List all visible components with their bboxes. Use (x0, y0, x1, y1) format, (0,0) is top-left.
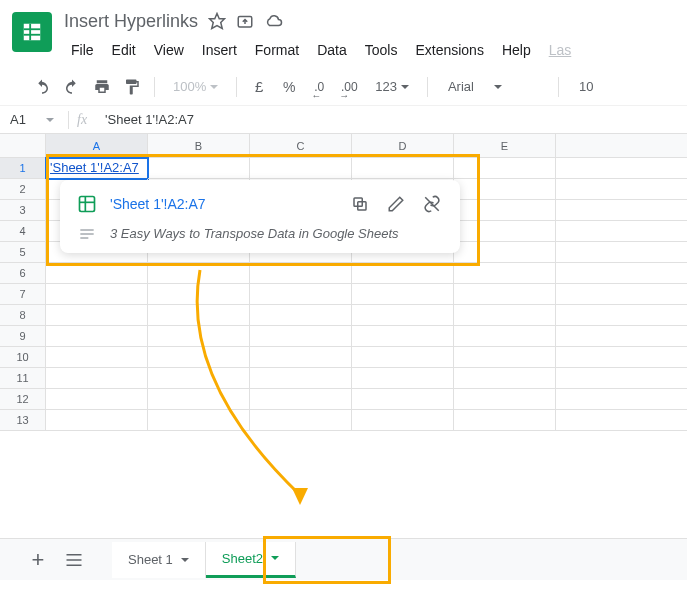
cell[interactable] (148, 410, 250, 431)
cell[interactable] (352, 326, 454, 347)
move-icon[interactable] (236, 12, 254, 30)
cell[interactable] (352, 368, 454, 389)
row-header[interactable]: 11 (0, 368, 46, 389)
zoom-select[interactable]: 100% (165, 79, 226, 94)
cell[interactable] (556, 158, 687, 179)
row-header[interactable]: 4 (0, 221, 46, 242)
sheets-logo[interactable] (12, 12, 52, 52)
name-box[interactable]: A1 (0, 112, 60, 127)
column-header[interactable] (556, 134, 687, 158)
row-header[interactable]: 8 (0, 305, 46, 326)
cell[interactable] (46, 389, 148, 410)
cell[interactable] (352, 410, 454, 431)
menu-extensions[interactable]: Extensions (408, 38, 490, 62)
cell[interactable] (454, 326, 556, 347)
cell[interactable] (556, 284, 687, 305)
cell[interactable] (250, 326, 352, 347)
row-header[interactable]: 13 (0, 410, 46, 431)
sheet-tab[interactable]: Sheet 1 (112, 542, 206, 578)
cell[interactable] (454, 263, 556, 284)
cell[interactable] (46, 347, 148, 368)
menu-help[interactable]: Help (495, 38, 538, 62)
cell[interactable] (556, 263, 687, 284)
cell[interactable] (148, 263, 250, 284)
menu-file[interactable]: File (64, 38, 101, 62)
cell[interactable] (148, 347, 250, 368)
cell[interactable] (556, 326, 687, 347)
cell[interactable] (556, 221, 687, 242)
cell[interactable] (454, 200, 556, 221)
row-header[interactable]: 3 (0, 200, 46, 221)
cell[interactable] (46, 368, 148, 389)
cell[interactable] (250, 368, 352, 389)
cell[interactable] (454, 179, 556, 200)
cell[interactable] (352, 305, 454, 326)
cell[interactable] (46, 410, 148, 431)
cell[interactable] (250, 347, 352, 368)
cell[interactable] (46, 326, 148, 347)
cell[interactable] (46, 263, 148, 284)
remove-link-icon[interactable] (420, 192, 444, 216)
cell[interactable] (556, 305, 687, 326)
copy-link-icon[interactable] (348, 192, 372, 216)
cell[interactable] (556, 200, 687, 221)
cell[interactable] (556, 410, 687, 431)
cell[interactable] (46, 305, 148, 326)
all-sheets-button[interactable] (56, 542, 92, 578)
row-header[interactable]: 7 (0, 284, 46, 305)
menu-data[interactable]: Data (310, 38, 354, 62)
font-size-input[interactable]: 10 (569, 79, 603, 94)
menu-view[interactable]: View (147, 38, 191, 62)
cell[interactable] (556, 347, 687, 368)
cell[interactable]: 'Sheet 1'!A2:A7 (46, 158, 148, 179)
cell[interactable] (454, 242, 556, 263)
column-header[interactable]: C (250, 134, 352, 158)
add-sheet-button[interactable]: + (20, 542, 56, 578)
cell[interactable] (556, 389, 687, 410)
row-header[interactable]: 5 (0, 242, 46, 263)
cell[interactable] (148, 368, 250, 389)
cell[interactable] (352, 347, 454, 368)
column-header[interactable]: E (454, 134, 556, 158)
redo-icon[interactable] (60, 75, 84, 99)
cell[interactable] (454, 284, 556, 305)
currency-button[interactable]: £ (247, 75, 271, 99)
cell[interactable] (454, 158, 556, 179)
formula-bar[interactable]: 'Sheet 1'!A2:A7 (105, 112, 194, 127)
cell[interactable] (148, 326, 250, 347)
cell[interactable] (250, 389, 352, 410)
select-all-corner[interactable] (0, 134, 46, 158)
font-select[interactable]: Arial (438, 79, 548, 94)
cell[interactable] (454, 368, 556, 389)
cell[interactable] (250, 305, 352, 326)
cell[interactable] (148, 389, 250, 410)
cell[interactable] (454, 305, 556, 326)
menu-format[interactable]: Format (248, 38, 306, 62)
sheet-tab-active[interactable]: Sheet2 (206, 542, 296, 578)
row-header[interactable]: 1 (0, 158, 46, 179)
cell[interactable] (454, 410, 556, 431)
increase-decimal-button[interactable]: .00→ (337, 75, 361, 99)
cell[interactable] (250, 263, 352, 284)
print-icon[interactable] (90, 75, 114, 99)
edit-link-icon[interactable] (384, 192, 408, 216)
document-title[interactable]: Insert Hyperlinks (64, 11, 198, 32)
cell[interactable] (46, 284, 148, 305)
cell[interactable] (352, 389, 454, 410)
cell[interactable] (556, 179, 687, 200)
menu-insert[interactable]: Insert (195, 38, 244, 62)
cell[interactable] (148, 158, 250, 179)
star-icon[interactable] (208, 12, 226, 30)
row-header[interactable]: 2 (0, 179, 46, 200)
cell[interactable] (556, 368, 687, 389)
column-header[interactable]: B (148, 134, 250, 158)
menu-edit[interactable]: Edit (105, 38, 143, 62)
column-header[interactable]: A (46, 134, 148, 158)
menu-last[interactable]: Las (542, 38, 579, 62)
cell[interactable] (148, 284, 250, 305)
cell[interactable] (250, 410, 352, 431)
column-header[interactable]: D (352, 134, 454, 158)
paint-format-icon[interactable] (120, 75, 144, 99)
row-header[interactable]: 6 (0, 263, 46, 284)
decrease-decimal-button[interactable]: .0← (307, 75, 331, 99)
